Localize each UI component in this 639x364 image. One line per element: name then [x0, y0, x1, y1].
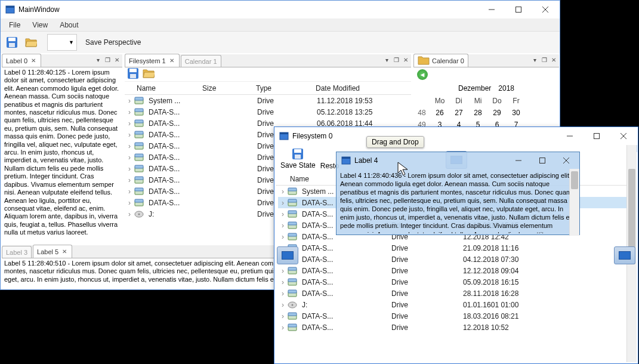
table-row[interactable]: ›DATA-S...Drive05.12.2018 13:25: [125, 106, 411, 118]
svg-rect-31: [135, 199, 143, 202]
tab-calendar0[interactable]: Calendar 0: [413, 54, 468, 67]
close-icon[interactable]: ✕: [550, 55, 558, 64]
table-row[interactable]: ›System ...Drive11.12.2018 19:53: [125, 95, 411, 106]
close-button[interactable]: [554, 152, 578, 169]
drive-icon: [288, 221, 297, 230]
save-icon[interactable]: [127, 67, 139, 81]
table-row[interactable]: ›DATA-S...Drive04.12.2018 07:30: [278, 254, 637, 265]
expand-icon[interactable]: ›: [125, 97, 134, 105]
drive-icon: [134, 142, 144, 150]
expand-icon[interactable]: ›: [125, 199, 134, 207]
drive-icon: [134, 165, 144, 173]
expand-icon[interactable]: ›: [278, 267, 288, 275]
svg-rect-52: [288, 233, 297, 236]
calendar-cell[interactable]: 26: [430, 107, 449, 119]
label0-pane: Label 0 ✕ ▾ ❐ ✕ Label 0 11:28:40:125 - L…: [2, 54, 122, 243]
maximize-button[interactable]: [505, 1, 532, 18]
close-icon[interactable]: ✕: [168, 57, 175, 64]
scrollbar[interactable]: [569, 169, 579, 236]
expand-icon[interactable]: ›: [125, 119, 134, 128]
expand-icon[interactable]: ›: [278, 312, 288, 320]
filesystem0-titlebar[interactable]: Filesystem 0: [274, 127, 638, 145]
table-row[interactable]: ›DATA-S...Drive21.09.2018 11:16: [278, 242, 637, 254]
menu-view[interactable]: View: [26, 20, 54, 30]
close-icon[interactable]: ✕: [30, 57, 37, 64]
menu-file[interactable]: File: [3, 20, 26, 30]
open-folder-button[interactable]: [22, 33, 40, 51]
expand-icon[interactable]: ›: [125, 165, 134, 173]
minimize-button[interactable]: [478, 1, 505, 18]
expand-icon[interactable]: ›: [125, 142, 134, 150]
expand-icon[interactable]: ›: [278, 221, 288, 230]
dock-target-left[interactable]: [277, 246, 298, 264]
cal-year[interactable]: 2018: [498, 84, 514, 92]
table-row[interactable]: ›DATA-S...Drive12.2018 10:52: [278, 322, 637, 333]
expand-icon[interactable]: ›: [278, 301, 288, 309]
close-icon[interactable]: ✕: [61, 248, 68, 255]
expand-icon[interactable]: ›: [125, 210, 134, 218]
calendar-cell[interactable]: 30: [507, 107, 526, 119]
maximize-button[interactable]: [530, 152, 554, 169]
calendar-cell[interactable]: 27: [449, 107, 468, 119]
menu-about[interactable]: About: [54, 20, 84, 30]
calendar-cell[interactable]: 28: [468, 107, 487, 119]
close-icon[interactable]: ✕: [402, 55, 410, 64]
menu-icon[interactable]: ▾: [382, 55, 391, 64]
save-button[interactable]: [3, 33, 21, 51]
minimize-button[interactable]: [507, 152, 530, 169]
float-icon[interactable]: ❐: [540, 55, 548, 64]
col-type[interactable]: Type: [254, 84, 313, 92]
close-button[interactable]: [532, 1, 558, 18]
main-titlebar[interactable]: MainWindow: [1, 1, 560, 18]
close-icon[interactable]: ✕: [113, 55, 121, 64]
expand-icon[interactable]: ›: [278, 187, 288, 196]
expand-icon[interactable]: ›: [278, 199, 288, 207]
save-perspective-label[interactable]: Save Perspective: [85, 38, 141, 47]
col-name[interactable]: Name: [134, 84, 200, 92]
calendar-grid[interactable]: MoDiMiDoFr4826272829304934567: [413, 95, 559, 131]
folder-icon[interactable]: [143, 68, 155, 81]
float-icon[interactable]: ❐: [103, 55, 112, 64]
tab-calendar1[interactable]: Calendar 1: [181, 55, 221, 67]
tab-label0[interactable]: Label 0 ✕: [2, 54, 41, 67]
menu-icon[interactable]: ▾: [94, 55, 102, 64]
float-icon[interactable]: ❐: [392, 55, 400, 64]
perspective-combo[interactable]: ▼: [47, 34, 77, 51]
cal-month[interactable]: Dezember: [458, 84, 491, 92]
expand-icon[interactable]: ›: [278, 278, 288, 286]
tab-label5[interactable]: Label 5 ✕: [33, 245, 72, 258]
svg-rect-62: [288, 290, 297, 293]
back-icon[interactable]: ◄: [417, 69, 428, 80]
svg-rect-58: [288, 267, 297, 270]
table-row[interactable]: ›DATA-S...Drive05.09.2018 16:15: [278, 276, 637, 288]
drive-icon: [288, 187, 297, 196]
maximize-button[interactable]: [583, 128, 610, 144]
table-row[interactable]: ›DATA-S...Drive28.11.2018 16:28: [278, 288, 637, 299]
expand-icon[interactable]: ›: [278, 210, 288, 218]
expand-icon[interactable]: ›: [125, 187, 134, 196]
expand-icon[interactable]: ›: [278, 323, 288, 332]
expand-icon[interactable]: ›: [125, 176, 134, 184]
save-state-button[interactable]: Save State: [280, 148, 316, 169]
minimize-button[interactable]: [556, 128, 583, 144]
calendar-cell[interactable]: 29: [487, 107, 507, 119]
drive-icon: [134, 97, 144, 105]
menu-icon[interactable]: ▾: [530, 55, 539, 64]
expand-icon[interactable]: ›: [125, 131, 134, 139]
svg-rect-7: [8, 38, 16, 41]
table-row[interactable]: ›J:Drive01.01.1601 01:00: [278, 299, 637, 310]
close-button[interactable]: [610, 128, 637, 144]
expand-icon[interactable]: ›: [125, 153, 134, 162]
expand-icon[interactable]: ›: [125, 108, 134, 116]
col-size[interactable]: Size: [200, 84, 254, 92]
label4-floating-window[interactable]: Label 4 Label 4 11:28:40:436 - Lorem ips…: [336, 152, 580, 235]
expand-icon[interactable]: ›: [278, 289, 288, 298]
tab-filesystem1[interactable]: Filesystem 1 ✕: [125, 54, 180, 67]
dock-target-right[interactable]: [614, 246, 635, 264]
table-row[interactable]: ›DATA-S...Drive18.03.2016 08:21: [278, 310, 637, 322]
table-row[interactable]: ›DATA-S...Drive12.12.2018 09:04: [278, 265, 637, 276]
svg-rect-8: [9, 43, 15, 47]
tab-label3[interactable]: Label 3: [2, 246, 32, 258]
expand-icon[interactable]: ›: [278, 233, 288, 241]
col-date[interactable]: Date Modified: [313, 84, 411, 92]
